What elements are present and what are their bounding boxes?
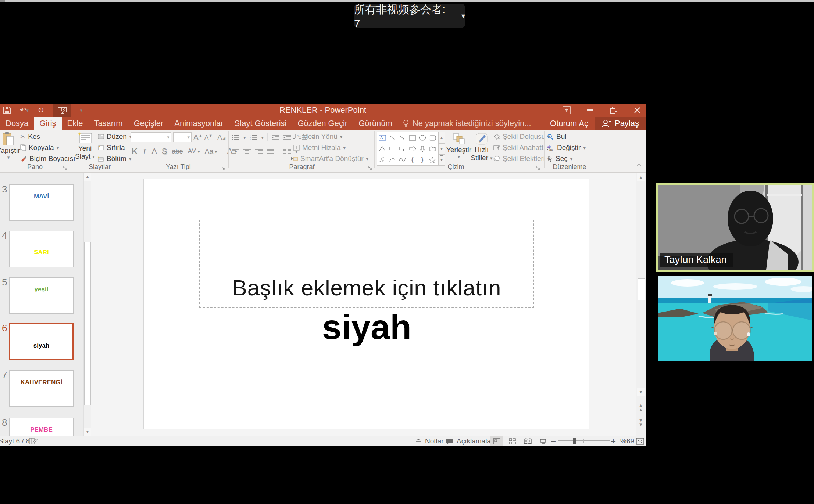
- paste-button[interactable]: Yapıştır ▾: [0, 132, 18, 160]
- next-slide-button[interactable]: ▼▼: [637, 418, 645, 427]
- section-button[interactable]: Bölüm ▾: [98, 155, 131, 163]
- shape-line-icon[interactable]: [387, 132, 397, 143]
- tab-animasyonlar[interactable]: Animasyonlar: [169, 117, 229, 130]
- tab-dosya[interactable]: Dosya: [0, 117, 34, 130]
- sign-in-button[interactable]: Oturum Aç: [543, 117, 595, 130]
- replace-button[interactable]: abac Değiştir ▾: [547, 144, 586, 152]
- tab-slayt-gosterisi[interactable]: Slayt Gösterisi: [229, 117, 292, 130]
- tell-me-box[interactable]: Ne yapmak istediğinizi söyleyin...: [398, 117, 531, 130]
- tab-tasarim[interactable]: Tasarım: [88, 117, 128, 130]
- start-slideshow-button[interactable]: [53, 104, 71, 117]
- scroll-down-icon[interactable]: ▼: [84, 428, 91, 436]
- shape-elbow-arrow-icon[interactable]: [397, 143, 407, 154]
- clear-formatting-button[interactable]: A◢: [217, 133, 225, 141]
- scrollbar-thumb[interactable]: [84, 242, 91, 405]
- slide-thumbnail-5[interactable]: yeşil: [9, 277, 74, 314]
- shapes-gallery[interactable]: A { }: [377, 132, 438, 166]
- slide[interactable]: Başlık eklemek için tıklatın siyah: [143, 179, 589, 429]
- previous-slide-button[interactable]: ▲▲: [637, 403, 645, 412]
- cut-button[interactable]: ✂ Kes: [20, 133, 40, 141]
- ribbon-display-options-button[interactable]: [561, 104, 572, 117]
- clipboard-dialog-launcher[interactable]: [63, 166, 68, 170]
- close-button[interactable]: [632, 104, 643, 117]
- customize-qat-button[interactable]: ▾: [80, 104, 83, 117]
- slide-thumbnail-6-selected[interactable]: siyah: [9, 323, 74, 360]
- notes-toggle[interactable]: Notlar: [415, 436, 444, 446]
- slide-thumbnail-7[interactable]: KAHVERENGİ: [9, 370, 74, 407]
- save-button[interactable]: [3, 104, 11, 117]
- scroll-down-icon[interactable]: ▼: [637, 388, 645, 396]
- participants-dropdown[interactable]: 所有非视频参会者: 7 ▾: [354, 4, 465, 28]
- shape-rectangle-icon[interactable]: [407, 132, 417, 143]
- tab-gozden-gecir[interactable]: Gözden Geçir: [292, 117, 353, 130]
- slide-thumbnail-4[interactable]: SARI: [9, 231, 74, 267]
- font-name-combo[interactable]: ▾: [131, 132, 171, 142]
- align-text-button[interactable]: Metni Hizala ▾: [293, 144, 346, 152]
- redo-button[interactable]: ↻: [38, 104, 44, 117]
- shapes-gallery-scrollbar[interactable]: ▴ ▾ ▾▔: [438, 132, 445, 166]
- slide-sorter-view-button[interactable]: [506, 436, 518, 446]
- tab-ekle[interactable]: Ekle: [62, 117, 89, 130]
- normal-view-button[interactable]: [490, 436, 503, 446]
- shape-right-arrow-icon[interactable]: [407, 143, 417, 154]
- tab-giris[interactable]: Giriş: [34, 117, 61, 130]
- title-placeholder[interactable]: Başlık eklemek için tıklatın: [199, 220, 534, 308]
- canvas-scrollbar[interactable]: ▲ ▼ ▲▲ ▼▼: [636, 173, 646, 436]
- new-slide-button[interactable]: Yeni Slayt▾: [74, 132, 96, 161]
- shape-curve-icon[interactable]: [397, 154, 407, 165]
- slide-body-text[interactable]: siyah: [144, 310, 590, 345]
- increase-indent-button[interactable]: [283, 134, 291, 140]
- collapse-ribbon-button[interactable]: [636, 163, 642, 167]
- slideshow-view-button[interactable]: [537, 436, 549, 446]
- notes-pen-icon[interactable]: [29, 436, 38, 446]
- align-right-button[interactable]: [255, 148, 263, 154]
- font-dialog-launcher[interactable]: [221, 166, 225, 170]
- decrease-indent-button[interactable]: [271, 134, 279, 140]
- shape-elbow-icon[interactable]: [387, 143, 397, 154]
- paragraph-dialog-launcher[interactable]: [368, 166, 372, 170]
- thumbnail-panel-scrollbar[interactable]: ▲ ▼: [83, 173, 91, 436]
- numbering-button[interactable]: 123: [250, 134, 258, 140]
- zoom-level[interactable]: %69: [620, 436, 634, 446]
- layout-button[interactable]: Düzen ▾: [98, 133, 132, 141]
- select-button[interactable]: Seç ▾: [547, 155, 572, 163]
- grow-font-button[interactable]: A▲: [193, 133, 203, 142]
- shape-left-brace-icon[interactable]: {: [407, 154, 417, 165]
- zoom-in-button[interactable]: +: [611, 436, 616, 446]
- text-shadow-button[interactable]: S: [162, 147, 167, 156]
- columns-button[interactable]: [283, 148, 291, 154]
- text-direction-button[interactable]: A Metin Yönü ▾: [293, 133, 342, 141]
- copy-button[interactable]: Kopyala ▾: [20, 144, 59, 152]
- font-size-combo[interactable]: ▾: [173, 132, 192, 142]
- shape-rounded-rect-icon[interactable]: [428, 132, 438, 143]
- shape-arrow-icon[interactable]: [397, 132, 407, 143]
- convert-smartart-button[interactable]: SmartArt'a Dönüştür ▾: [290, 155, 368, 163]
- scroll-up-icon[interactable]: ▲: [637, 173, 645, 181]
- bold-button[interactable]: K: [132, 147, 138, 156]
- italic-button[interactable]: T: [142, 147, 147, 156]
- fit-to-window-button[interactable]: [636, 436, 644, 446]
- tab-gorunum[interactable]: Görünüm: [353, 117, 398, 130]
- quick-styles-button[interactable]: Hızlı Stiller▾: [471, 133, 492, 162]
- zoom-slider[interactable]: [558, 440, 610, 441]
- shrink-font-button[interactable]: A▼: [204, 133, 213, 141]
- shape-down-arrow-icon[interactable]: [417, 143, 427, 154]
- shape-arc-icon[interactable]: [387, 154, 397, 165]
- change-case-button[interactable]: Aa: [205, 147, 213, 155]
- shapes-scroll-down-icon[interactable]: ▾: [438, 143, 445, 155]
- undo-button[interactable]: ↶▾: [20, 104, 29, 117]
- reading-view-button[interactable]: [521, 436, 534, 446]
- arrange-button[interactable]: Yerleştir ▾: [447, 133, 471, 159]
- shapes-scroll-up-icon[interactable]: ▴: [438, 132, 445, 143]
- shape-textbox-icon[interactable]: A: [377, 132, 387, 143]
- tab-gecisler[interactable]: Geçişler: [128, 117, 169, 130]
- align-left-button[interactable]: [232, 148, 239, 154]
- character-spacing-button[interactable]: AV: [188, 147, 196, 155]
- format-painter-button[interactable]: Biçim Boyacısı: [20, 155, 75, 163]
- find-button[interactable]: Bul: [547, 133, 566, 141]
- shape-scribble-icon[interactable]: [377, 154, 387, 165]
- comments-toggle[interactable]: Açıklamalar: [446, 436, 493, 446]
- slide-thumbnail-8[interactable]: PEMBE: [9, 418, 74, 436]
- strikethrough-button[interactable]: abe: [172, 148, 183, 155]
- shape-outline-button[interactable]: Şekil Anahattı ▾: [493, 144, 550, 152]
